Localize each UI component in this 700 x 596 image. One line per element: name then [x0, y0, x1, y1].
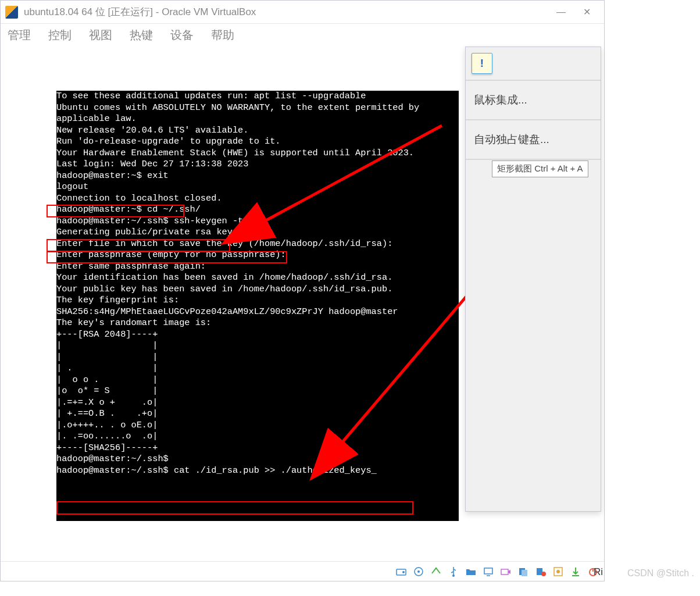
terminal-line: | |: [56, 340, 459, 352]
menu-hotkeys[interactable]: 热键: [130, 27, 153, 43]
virtualbox-icon: [5, 6, 18, 19]
notification-keyboard-capture[interactable]: 自动独占键盘...: [466, 120, 601, 160]
menubar: 管理 控制 视图 热键 设备 帮助: [1, 24, 604, 46]
terminal-line: The key fingerprint is:: [56, 295, 459, 306]
svg-rect-6: [501, 569, 508, 574]
display-icon[interactable]: [482, 565, 495, 578]
titlebar: ubuntu18.04 64 位 [正在运行] - Oracle VM Virt…: [1, 1, 604, 24]
terminal[interactable]: To see these additional updates run: apt…: [56, 91, 459, 521]
terminal-line: applicable law.: [56, 113, 459, 125]
terminal-line: Enter passphrase (empty for no passphras…: [56, 249, 459, 261]
tooltip-screenshot: 矩形截图 Ctrl + Alt + A: [492, 160, 588, 177]
terminal-line: SHA256:s4Hg/MPhEtaaeLUGCvPoze042aAM9xLZ/…: [56, 306, 459, 318]
notification-panel: ! 鼠标集成... 自动独占键盘...: [465, 47, 601, 512]
terminal-line: |. .=oo......o .o|: [56, 431, 459, 442]
menu-help[interactable]: 帮助: [211, 27, 234, 43]
terminal-line: hadoop@master:~/.ssh$: [56, 454, 459, 465]
rec-icon[interactable]: [534, 565, 547, 578]
svg-point-4: [452, 574, 455, 577]
terminal-line: | o o . |: [56, 374, 459, 386]
terminal-line: Ubuntu comes with ABSOLUTELY NO WARRANTY…: [56, 102, 459, 114]
terminal-line: Your Hardware Enablement Stack (HWE) is …: [56, 148, 459, 159]
terminal-line: Your identification has been saved in /h…: [56, 272, 459, 284]
svg-rect-5: [484, 568, 492, 574]
net-icon[interactable]: [430, 565, 442, 578]
notification-mouse-integration[interactable]: 鼠标集成...: [466, 81, 601, 120]
terminal-line: | |: [56, 352, 459, 363]
terminal-line: The key's randomart image is:: [56, 317, 459, 329]
svg-point-3: [417, 570, 420, 573]
terminal-line: +----[SHA256]-----+: [56, 442, 459, 454]
watermark: CSDN @Stitch .: [627, 568, 694, 579]
window-title: ubuntu18.04 64 位 [正在运行] - Oracle VM Virt…: [24, 5, 548, 19]
camera-icon[interactable]: [499, 565, 512, 578]
terminal-line: |o o* = S |: [56, 386, 459, 397]
svg-rect-8: [522, 570, 527, 576]
close-button[interactable]: ✕: [574, 3, 599, 21]
terminal-line: logout: [56, 181, 459, 193]
info-bubble-icon: !: [472, 53, 492, 74]
terminal-line: +---[RSA 2048]----+: [56, 329, 459, 341]
terminal-line: hadoop@master:~$ cd ~/.ssh/: [56, 204, 459, 216]
terminal-line: Your public key has been saved in /home/…: [56, 284, 459, 295]
rightedge-text: Ri: [594, 566, 603, 578]
cd-icon[interactable]: [412, 565, 425, 578]
menu-devices[interactable]: 设备: [170, 27, 194, 43]
terminal-line: Run 'do-release-upgrade' to upgrade to i…: [56, 136, 459, 148]
terminal-line: Enter file in which to save the key (/ho…: [56, 238, 459, 250]
svg-point-1: [402, 571, 405, 573]
terminal-line: Connection to localhost closed.: [56, 193, 459, 205]
minimize-button[interactable]: —: [548, 3, 574, 21]
terminal-line: hadoop@master:~/.ssh$ cat ./id_rsa.pub >…: [56, 465, 459, 477]
panel-spacer: [466, 160, 601, 511]
terminal-line: Last login: Wed Dec 27 17:13:38 2023: [56, 159, 459, 170]
statusbar: [1, 561, 604, 581]
menu-view[interactable]: 视图: [89, 27, 112, 43]
download-icon[interactable]: [569, 565, 582, 578]
folder-icon[interactable]: [465, 565, 477, 578]
terminal-line: New release '20.04.6 LTS' available.: [56, 125, 459, 137]
terminal-line: |.o++++.. . o oE.o|: [56, 420, 459, 431]
menu-manage[interactable]: 管理: [8, 27, 31, 43]
clipboard-icon[interactable]: [517, 565, 530, 578]
capture-icon[interactable]: [552, 565, 565, 578]
terminal-line: |.=+=.X o + .o|: [56, 397, 459, 409]
svg-point-12: [556, 570, 560, 573]
terminal-line: Enter same passphrase again:: [56, 261, 459, 273]
terminal-line: Generating public/private rsa key pair.: [56, 227, 459, 238]
hdd-icon[interactable]: [395, 565, 408, 578]
svg-point-10: [541, 572, 546, 576]
terminal-line: | . |: [56, 363, 459, 374]
menu-control[interactable]: 控制: [48, 27, 72, 43]
terminal-line: hadoop@master:~$ exit: [56, 170, 459, 182]
usb-icon[interactable]: [447, 565, 460, 578]
terminal-line: | +.==O.B . .+o|: [56, 408, 459, 420]
terminal-line: hadoop@master:~/.ssh$ ssh-keygen -t rsa: [56, 216, 459, 227]
notification-header: !: [466, 47, 601, 81]
terminal-line: To see these additional updates run: apt…: [56, 91, 459, 102]
